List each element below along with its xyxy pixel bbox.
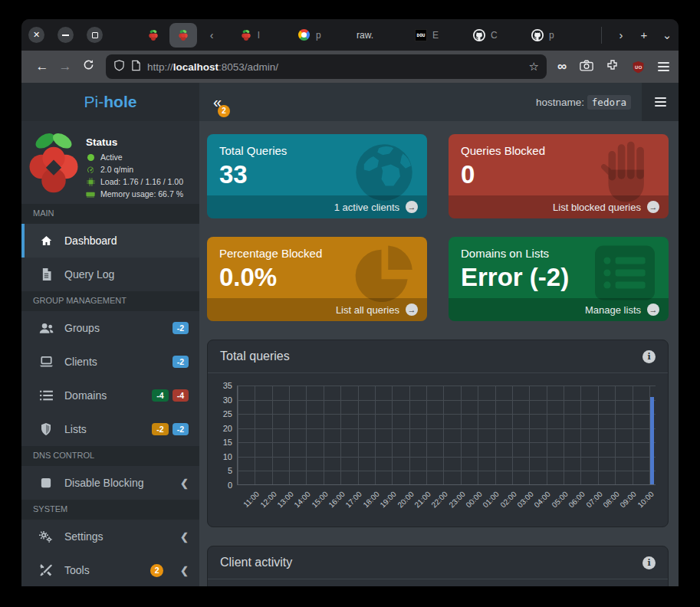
info-icon[interactable]: i [642, 350, 656, 363]
pihole-logo[interactable]: Pi-hole [21, 83, 199, 121]
sidebar-item-domains[interactable]: Domains -4 -4 [21, 379, 199, 412]
y-axis-labels: 35302520151050 [214, 386, 237, 485]
scroll-tabs-right-button[interactable]: › [610, 28, 633, 41]
tab-dou[interactable]: DOU E [409, 23, 467, 48]
extension-infinity-icon[interactable]: ∞ [557, 59, 567, 74]
x-axis-labels: 11:0012:0013:0014:0015:0016:0017:0018:00… [237, 485, 656, 522]
sidebar-collapse-button[interactable]: « 2 [213, 94, 222, 110]
extension-icons: ∞ UO [557, 59, 669, 74]
sidebar-item-clients[interactable]: Clients -2 [21, 345, 199, 379]
sidebar-section-main: MAIN [21, 204, 199, 224]
raspberry-logo [26, 130, 81, 196]
back-button[interactable]: ← [31, 59, 54, 74]
app-menu-button[interactable] [642, 83, 679, 121]
window-controls: ✕ [28, 27, 103, 43]
info-icon[interactable]: i [642, 556, 656, 569]
domains-on-lists-card: Domains on Lists Error (-2) Manage lists… [449, 237, 669, 321]
bookmark-star-icon[interactable]: ☆ [528, 60, 538, 74]
scroll-tabs-left-button[interactable]: ‹ [202, 29, 222, 41]
card-footer-link[interactable]: 1 active clients → [207, 195, 427, 218]
pinned-tab-pihole[interactable] [145, 29, 162, 41]
screenshot-camera-icon[interactable] [580, 60, 593, 74]
url-toolbar: ← → http://localhost:8053/admin/ ☆ ∞ UO [21, 51, 679, 83]
arrow-circle-right-icon: → [406, 201, 418, 213]
tab-github-2[interactable]: p [525, 23, 583, 48]
ublock-origin-icon[interactable]: UO [632, 61, 645, 74]
queries-blocked-card: Queries Blocked 0 List blocked queries → [449, 134, 669, 218]
summary-cards: Total Queries 33 1 active clients → Quer… [207, 134, 669, 321]
status-rate: 2.0 q/min [100, 165, 133, 175]
tab-label: p [549, 30, 554, 41]
page-info-icon[interactable] [131, 60, 141, 74]
svg-text:UO: UO [635, 65, 642, 70]
chevron-left-icon: ❮ [180, 477, 189, 489]
arrow-circle-right-icon: → [406, 304, 418, 316]
client-activity-panel: Client activity i [207, 546, 669, 586]
sidebar-item-query-log[interactable]: Query Log [21, 258, 199, 291]
app-header-main: « 2 hostname: fedora [199, 83, 679, 121]
gears-icon [38, 531, 54, 543]
lists-badge-1: -2 [152, 423, 168, 435]
sidebar-item-settings[interactable]: Settings ❮ [21, 520, 199, 553]
pihole-favicon-icon [240, 29, 252, 41]
tab-google[interactable]: p [292, 23, 350, 48]
hostname-display: hostname: fedora [536, 97, 631, 108]
tools-icon [38, 564, 54, 576]
arrow-circle-right-icon: → [647, 304, 659, 316]
tab-pihole-login[interactable]: l [234, 23, 292, 48]
pihole-favicon-icon [147, 29, 159, 41]
tab-raw[interactable]: raw. [350, 23, 409, 48]
address-bar[interactable]: http://localhost:8053/admin/ ☆ [106, 54, 547, 79]
list-icon [38, 390, 54, 401]
sidebar-section-dns-control: DNS CONTROL [21, 446, 199, 466]
laptop-icon [38, 356, 54, 367]
card-value: 33 [207, 157, 427, 189]
dashboard-content: Total Queries 33 1 active clients → Quer… [199, 121, 679, 586]
forward-button[interactable]: → [54, 59, 77, 74]
card-title: Domains on Lists [449, 237, 669, 260]
github-favicon-icon [531, 29, 544, 41]
minimize-window-button[interactable] [58, 27, 74, 43]
chevron-left-icon: ❮ [180, 531, 189, 543]
close-window-button[interactable]: ✕ [28, 27, 44, 43]
card-footer-link[interactable]: List all queries → [207, 298, 427, 321]
gauge-icon [86, 166, 95, 174]
sidebar-item-tools[interactable]: Tools 2 ❮ [21, 553, 199, 586]
tools-update-badge: 2 [150, 564, 163, 577]
file-icon [38, 268, 54, 281]
maximize-window-button[interactable] [87, 27, 103, 43]
browser-menu-icon[interactable] [658, 62, 669, 71]
maximize-icon [92, 32, 98, 38]
tabbar-controls: › + ⌄ [601, 27, 679, 44]
total-queries-chart[interactable]: 35302520151050 11:0012:0013:0014:0015:00… [208, 373, 668, 527]
url-text[interactable]: http://localhost:8053/admin/ [147, 61, 522, 73]
tracking-shield-icon[interactable] [113, 59, 125, 74]
tab-label: p [316, 30, 321, 41]
domains-denied-badge: -4 [173, 389, 189, 402]
query-bar[interactable] [650, 397, 654, 484]
clients-badge: -2 [173, 356, 189, 368]
extensions-puzzle-icon[interactable] [606, 59, 619, 74]
lists-badge-2: -2 [173, 423, 189, 435]
minimize-icon [62, 34, 69, 36]
home-icon [38, 235, 54, 247]
sidebar-item-dashboard[interactable]: Dashboard [21, 224, 199, 258]
card-footer-link[interactable]: List blocked queries → [449, 195, 669, 218]
new-tab-button[interactable]: + [633, 28, 656, 41]
sidebar-item-lists[interactable]: Lists -2 -2 [21, 412, 199, 446]
app-header: Pi-hole « 2 hostname: fedora [21, 83, 679, 121]
sidebar-item-disable-blocking[interactable]: Disable Blocking ❮ [21, 466, 199, 500]
tab-label: raw. [357, 30, 373, 41]
groups-badge: -2 [173, 322, 189, 334]
card-footer-link[interactable]: Manage lists → [449, 298, 669, 321]
panel-title: Total queries [220, 349, 290, 363]
card-value: 0.0% [207, 260, 427, 292]
reload-button[interactable] [77, 59, 100, 74]
tab-label: C [491, 30, 498, 41]
card-title: Queries Blocked [449, 134, 669, 157]
active-tab-pihole[interactable] [169, 23, 197, 48]
tab-github-1[interactable]: C [467, 23, 525, 48]
stop-icon [38, 477, 54, 488]
sidebar-item-groups[interactable]: Groups -2 [21, 311, 199, 345]
list-all-tabs-button[interactable]: ⌄ [656, 28, 679, 42]
